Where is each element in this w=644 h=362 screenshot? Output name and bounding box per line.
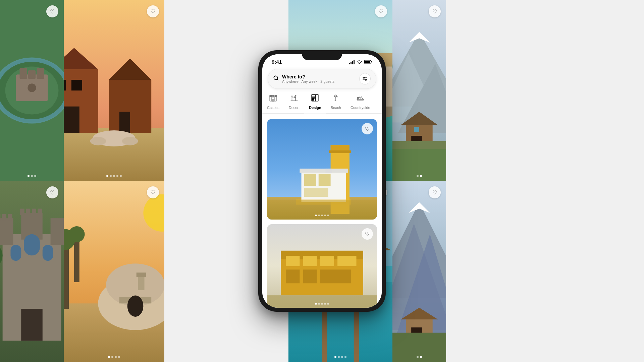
svg-rect-137 bbox=[304, 174, 316, 186]
listing-2-illustration bbox=[267, 224, 377, 308]
filter-button[interactable] bbox=[359, 73, 371, 84]
svg-point-73 bbox=[69, 226, 85, 242]
desert-icon bbox=[290, 94, 299, 104]
svg-rect-78 bbox=[137, 273, 146, 277]
svg-rect-147 bbox=[303, 256, 317, 266]
bg-card-castle-aerial: ♡ bbox=[0, 0, 64, 181]
dot-2 bbox=[420, 356, 422, 358]
search-text: Where to? Anywhere · Any week · 2 guests bbox=[282, 74, 356, 84]
image-dots bbox=[28, 175, 36, 177]
heart-button-castle2[interactable]: ♡ bbox=[46, 186, 58, 198]
dot-2 bbox=[318, 303, 320, 305]
dot-1 bbox=[28, 175, 30, 177]
svg-rect-125 bbox=[314, 98, 315, 99]
search-bar[interactable]: Where to? Anywhere · Any week · 2 guests bbox=[268, 69, 376, 89]
status-icons bbox=[349, 60, 373, 64]
svg-rect-5 bbox=[37, 68, 44, 79]
countryside-icon bbox=[356, 94, 365, 104]
dot-3 bbox=[115, 356, 117, 358]
svg-point-109 bbox=[363, 77, 365, 78]
heart-icon: ♡ bbox=[432, 8, 437, 15]
tab-design[interactable]: Design bbox=[304, 92, 326, 114]
svg-rect-149 bbox=[337, 256, 356, 266]
status-time: 9:41 bbox=[272, 59, 282, 65]
svg-rect-138 bbox=[319, 174, 331, 186]
signal-bar-2 bbox=[351, 62, 352, 64]
image-dots bbox=[108, 356, 120, 358]
svg-rect-151 bbox=[303, 269, 317, 283]
phone-mockup: 9:41 bbox=[258, 50, 386, 312]
svg-rect-60 bbox=[43, 245, 53, 261]
battery-icon bbox=[364, 60, 372, 64]
svg-rect-50 bbox=[51, 218, 64, 245]
heart-button-barn[interactable]: ♡ bbox=[147, 5, 159, 17]
listings-scroll[interactable]: ♡ bbox=[262, 114, 382, 308]
tab-countryside[interactable]: Countryside bbox=[346, 92, 375, 113]
filter-icon bbox=[362, 76, 368, 81]
heart-icon: ♡ bbox=[379, 8, 383, 15]
signal-bar-1 bbox=[349, 63, 350, 64]
search-icon bbox=[273, 75, 279, 82]
svg-rect-123 bbox=[312, 95, 316, 97]
phone-outer-shell: 9:41 bbox=[258, 50, 386, 312]
svg-point-79 bbox=[127, 295, 144, 317]
heart-icon: ♡ bbox=[365, 231, 370, 237]
category-tabs: Castles Desert bbox=[262, 89, 382, 114]
svg-rect-105 bbox=[371, 61, 372, 63]
dot-3 bbox=[341, 356, 343, 358]
phone-notch bbox=[302, 50, 342, 60]
dot-5 bbox=[120, 175, 122, 177]
dot-2 bbox=[110, 175, 112, 177]
search-main: Where to? bbox=[282, 74, 356, 80]
svg-rect-118 bbox=[272, 95, 273, 97]
listing-heart-1[interactable]: ♡ bbox=[362, 123, 373, 134]
heart-icon: ♡ bbox=[151, 8, 155, 15]
svg-rect-53 bbox=[2, 214, 6, 220]
dot-2 bbox=[31, 175, 33, 177]
svg-rect-120 bbox=[272, 100, 274, 101]
signal-icon bbox=[349, 60, 355, 64]
search-sub: Anywhere · Any week · 2 guests bbox=[282, 79, 356, 83]
dot-5 bbox=[327, 303, 329, 305]
image-dots bbox=[106, 175, 122, 177]
svg-rect-18 bbox=[119, 112, 130, 133]
svg-rect-49 bbox=[0, 218, 13, 245]
dot-1 bbox=[334, 356, 336, 358]
bg-card-desert-bottom: ♡ bbox=[64, 181, 164, 362]
dot-2 bbox=[318, 215, 320, 216]
dot-1 bbox=[417, 175, 419, 177]
svg-point-21 bbox=[122, 137, 138, 145]
heart-icon: ♡ bbox=[151, 189, 155, 196]
heart-button-castle1[interactable]: ♡ bbox=[46, 5, 58, 17]
tab-beach[interactable]: Beach bbox=[326, 92, 346, 113]
castle-aerial-illustration bbox=[0, 0, 64, 181]
heart-button-coastal[interactable]: ♡ bbox=[375, 5, 387, 17]
heart-button-mountain[interactable]: ♡ bbox=[429, 5, 441, 17]
dot-1 bbox=[417, 356, 419, 358]
dot-4 bbox=[118, 356, 120, 358]
svg-rect-52 bbox=[0, 214, 0, 220]
svg-point-20 bbox=[90, 137, 106, 145]
svg-rect-54 bbox=[8, 214, 12, 220]
svg-rect-115 bbox=[271, 95, 272, 97]
mountain2-illustration bbox=[392, 181, 446, 362]
listing-heart-2[interactable]: ♡ bbox=[362, 228, 373, 240]
castles-icon bbox=[269, 94, 277, 104]
svg-rect-57 bbox=[32, 209, 36, 215]
dot-5 bbox=[327, 215, 329, 216]
svg-rect-146 bbox=[286, 256, 300, 266]
signal-bar-4 bbox=[354, 60, 355, 64]
svg-point-102 bbox=[359, 63, 360, 64]
svg-rect-14 bbox=[64, 80, 66, 90]
bg-card-castle2-bottom: ♡ bbox=[0, 181, 64, 362]
svg-rect-59 bbox=[10, 245, 21, 261]
signal-bar-3 bbox=[352, 61, 353, 64]
heart-button-desert[interactable]: ♡ bbox=[147, 186, 159, 198]
svg-rect-136 bbox=[300, 169, 348, 173]
image-dots bbox=[417, 356, 422, 358]
tab-desert[interactable]: Desert bbox=[284, 92, 304, 113]
heart-button-mountain2[interactable]: ♡ bbox=[429, 186, 441, 198]
svg-rect-15 bbox=[71, 80, 82, 90]
dot-3 bbox=[34, 175, 36, 177]
tab-castles[interactable]: Castles bbox=[262, 92, 284, 113]
